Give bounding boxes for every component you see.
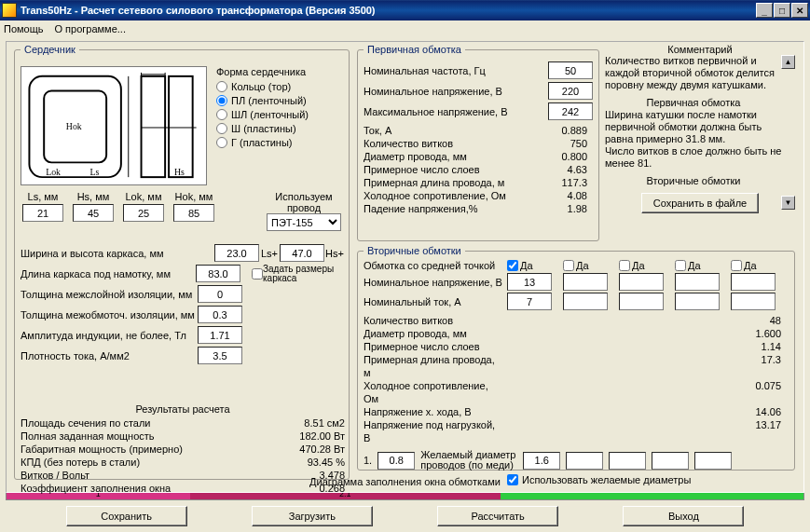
diagram-legend: Диаграмма заполнения окна обмотками [6, 476, 804, 487]
secondary-legend: Вторичные обмотки [364, 245, 465, 256]
comment-group: Комментарий ▲ ▼ Количество витков первич… [605, 44, 795, 241]
svg-text:Hok: Hok [66, 121, 82, 131]
input-hok[interactable] [173, 204, 214, 222]
svg-text:Hs: Hs [174, 167, 185, 177]
input-sec-volt4[interactable] [675, 273, 720, 291]
window-controls: _ □ ✕ [756, 3, 808, 18]
chk-set-frame[interactable] [252, 268, 263, 280]
chk-sec3[interactable] [619, 260, 630, 271]
exit-button[interactable]: Выход [623, 506, 744, 526]
input-prim-volt[interactable] [548, 82, 593, 100]
input-frame-len[interactable] [196, 265, 240, 282]
load-button[interactable]: Загрузить [252, 506, 373, 526]
core-diagram: Hok Lok Ls Hs [21, 66, 207, 185]
input-wanted-d3[interactable] [609, 452, 646, 470]
input-wanted-d1[interactable] [523, 452, 560, 470]
core-params: Ширина и высота каркаса, мм Ls+ Hs+ Длин… [21, 241, 345, 367]
core-legend: Сердечник [21, 44, 79, 55]
input-sec-curr1[interactable] [507, 293, 552, 310]
input-sec-volt5[interactable] [731, 273, 776, 291]
input-interwind[interactable] [198, 306, 242, 323]
input-prim-vmax[interactable] [548, 102, 593, 120]
input-wanted-n[interactable] [378, 452, 415, 470]
input-wanted-d2[interactable] [566, 452, 603, 470]
bottom-buttons: Сохранить Загрузить Рассчитать Выход [6, 500, 804, 526]
input-induction[interactable] [198, 326, 242, 344]
save-comment-button[interactable]: Сохранить в файле [641, 193, 759, 213]
input-sec-volt3[interactable] [619, 273, 664, 291]
svg-rect-6 [142, 76, 166, 177]
input-frame-w[interactable] [214, 244, 259, 262]
comment-scroll-down[interactable]: ▼ [781, 196, 795, 210]
input-sec-curr2[interactable] [563, 293, 608, 310]
svg-text:Ls: Ls [89, 167, 99, 177]
input-sec-curr4[interactable] [675, 293, 720, 310]
input-ls[interactable] [22, 204, 63, 222]
input-interlayer[interactable] [198, 285, 242, 303]
svg-rect-7 [169, 76, 193, 177]
radio-ring[interactable] [216, 81, 227, 92]
chk-sec5[interactable] [731, 260, 742, 271]
maximize-button[interactable]: □ [774, 3, 790, 18]
dimensions-row: Ls, мм Hs, мм Lok, мм Hok, мм [21, 191, 216, 222]
menu-help[interactable]: Помощь [4, 23, 44, 34]
input-hs[interactable] [73, 204, 114, 222]
close-button[interactable]: ✕ [791, 3, 808, 18]
minimize-button[interactable]: _ [756, 3, 773, 18]
chk-sec2[interactable] [563, 260, 574, 271]
app-icon [2, 3, 17, 18]
input-wanted-d4[interactable] [652, 452, 689, 470]
primary-legend: Первичная обмотка [364, 44, 465, 55]
wire-select-block: Используем провод ПЭТ-155 [267, 191, 341, 231]
radio-shl[interactable] [216, 109, 227, 120]
chk-sec4[interactable] [675, 260, 686, 271]
input-sec-volt2[interactable] [563, 273, 608, 291]
menu-about[interactable]: О программе... [55, 23, 126, 34]
svg-text:Lok: Lok [46, 167, 61, 177]
title-bar: Trans50Hz - Расчет сетевого силового тра… [0, 0, 810, 20]
calc-button[interactable]: Рассчитать [437, 506, 558, 526]
radio-pl[interactable] [216, 95, 227, 106]
window-title: Trans50Hz - Расчет сетевого силового тра… [21, 5, 756, 16]
input-sec-curr5[interactable] [731, 293, 776, 310]
save-button[interactable]: Сохранить [66, 506, 187, 526]
input-freq[interactable] [548, 61, 593, 79]
input-frame-h[interactable] [280, 244, 324, 262]
input-density[interactable] [198, 347, 242, 364]
primary-group: Первичная обмотка Номинальная частота, Г… [357, 44, 599, 241]
menu-bar: Помощь О программе... [0, 20, 810, 37]
comment-scroll-up[interactable]: ▲ [781, 55, 795, 69]
core-form-label: Форма сердечника [216, 66, 343, 77]
chk-sec1[interactable] [507, 260, 518, 271]
core-form-radios: Форма сердечника Кольцо (тор) ПЛ (ленточ… [216, 66, 343, 151]
radio-g[interactable] [216, 137, 227, 148]
secondary-group: Вторичные обмотки Обмотка со средней точ… [357, 245, 795, 471]
input-lok[interactable] [123, 204, 164, 222]
wire-select[interactable]: ПЭТ-155 [267, 213, 341, 231]
comment-text: Количество витков первичной и каждой вто… [605, 55, 795, 187]
input-sec-curr3[interactable] [619, 293, 664, 310]
input-sec-volt1[interactable] [507, 273, 552, 291]
core-group: Сердечник Hok Lok Ls Hs Форма сердечника… [14, 44, 350, 480]
input-wanted-d5[interactable] [694, 452, 732, 470]
radio-sh[interactable] [216, 123, 227, 134]
